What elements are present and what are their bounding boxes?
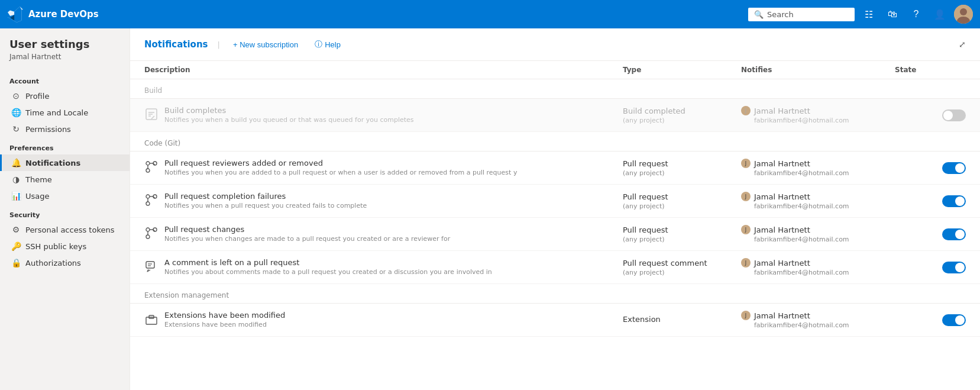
permissions-icon: ↻	[11, 124, 21, 134]
desc-text-pr-reviewers: Pull request reviewers added or removed …	[164, 159, 517, 177]
notifies-cell-pr-completion: J Jamal Hartnett fabrikamfiber4@hotmail.…	[741, 192, 895, 210]
section-build: Build	[130, 79, 980, 99]
section-extension-mgmt: Extension management	[130, 284, 980, 304]
type-scope-build-completes: (any project)	[623, 117, 741, 124]
theme-icon: ◑	[11, 175, 21, 184]
toggle-pr-comment[interactable]	[942, 262, 966, 273]
notifies-email-build-completes: fabrikamfiber4@hotmail.com	[741, 117, 895, 124]
table-row: Extensions have been modified Extensions…	[130, 304, 980, 337]
pr-icon-3	[144, 226, 159, 240]
notifies-user-pr-completion: J Jamal Hartnett	[741, 192, 895, 201]
state-cell-build-completes	[895, 109, 966, 121]
notifications-table: Build Build completes Noti	[130, 79, 980, 390]
pr-comment-title: A comment is left on a pull request	[164, 258, 492, 267]
search-text: Search	[767, 10, 794, 19]
type-scope-pr-reviewers: (any project)	[623, 169, 741, 177]
toggle-build-completes[interactable]	[942, 109, 966, 121]
table-row: Pull request reviewers added or removed …	[130, 152, 980, 185]
sidebar-item-time-locale-label: Time and Locale	[25, 108, 88, 117]
type-scope-pr-comment: (any project)	[623, 269, 741, 276]
user-avatar-small: J	[741, 106, 751, 115]
user-avatar-small: J	[741, 311, 751, 320]
sidebar-item-notifications[interactable]: 🔔 Notifications	[0, 154, 130, 171]
pr-icon	[144, 160, 159, 174]
svg-point-13	[146, 228, 150, 231]
sidebar-item-usage-label: Usage	[25, 192, 50, 201]
shopping-bag-icon-btn[interactable]: 🛍	[883, 5, 902, 24]
settings-people-icon-btn[interactable]: 👤	[930, 5, 949, 24]
sidebar-item-time-locale[interactable]: 🌐 Time and Locale	[0, 104, 130, 121]
sidebar-item-usage[interactable]: 📊 Usage	[0, 188, 130, 204]
auth-icon: 🔒	[11, 258, 21, 267]
sidebar-item-permissions[interactable]: ↻ Permissions	[0, 121, 130, 137]
type-cell-build-completes: Build completed (any project)	[623, 107, 741, 124]
page-header: Notifications | + New subscription ⓘ Hel…	[130, 28, 980, 61]
content-area: Notifications | + New subscription ⓘ Hel…	[130, 28, 980, 390]
help-button[interactable]: ⓘ Help	[311, 37, 344, 52]
type-cell-extensions: Extension	[623, 315, 741, 325]
time-locale-icon: 🌐	[11, 108, 21, 117]
sidebar-item-profile[interactable]: ⊙ Profile	[0, 88, 130, 104]
search-icon: 🔍	[754, 10, 764, 19]
new-subscription-button[interactable]: + New subscription	[229, 38, 302, 51]
help-icon-btn[interactable]: ?	[907, 5, 926, 24]
svg-point-8	[146, 169, 150, 172]
sidebar-item-authorizations[interactable]: 🔒 Authorizations	[0, 254, 130, 271]
svg-point-10	[146, 195, 150, 198]
header-type: Type	[623, 66, 741, 74]
notifies-user-pr-comment: J Jamal Hartnett	[741, 258, 895, 267]
svg-rect-16	[146, 262, 154, 268]
sidebar-item-pat[interactable]: ⚙ Personal access tokens	[0, 221, 130, 238]
sidebar-item-permissions-label: Permissions	[25, 125, 71, 134]
notifies-cell-build-completes: J Jamal Hartnett fabrikamfiber4@hotmail.…	[741, 106, 895, 124]
search-box[interactable]: 🔍 Search	[748, 8, 855, 21]
type-scope-pr-completion: (any project)	[623, 202, 741, 210]
new-subscription-label: + New subscription	[233, 40, 298, 49]
build-icon	[144, 107, 159, 121]
desc-text-build-completes: Build completes Notifies you when a buil…	[164, 106, 414, 124]
pr-icon-2	[144, 193, 159, 207]
sidebar-item-ssh[interactable]: 🔑 SSH public keys	[0, 238, 130, 254]
header-state: State	[895, 66, 966, 74]
desc-cell-pr-changes: Pull request changes Notifies you when c…	[144, 225, 623, 243]
extensions-subtitle: Extensions have been modified	[164, 321, 285, 329]
state-cell-pr-comment	[895, 262, 966, 273]
user-avatar-small: J	[741, 258, 751, 267]
sidebar-item-theme[interactable]: ◑ Theme	[0, 171, 130, 188]
user-avatar[interactable]	[954, 5, 973, 24]
extensions-title: Extensions have been modified	[164, 311, 285, 320]
toggle-extensions[interactable]	[942, 314, 966, 326]
toggle-pr-completion[interactable]	[942, 195, 966, 207]
pr-changes-subtitle: Notifies you when changes are made to a …	[164, 235, 450, 243]
type-name-pr-comment: Pull request comment	[623, 259, 741, 267]
header-description: Description	[144, 66, 623, 74]
desc-text-pr-comment: A comment is left on a pull request Noti…	[164, 258, 492, 276]
main-layout: User settings Jamal Hartnett Account ⊙ P…	[0, 28, 980, 390]
desc-cell-build-completes: Build completes Notifies you when a buil…	[144, 106, 623, 124]
desc-cell-pr-reviewers: Pull request reviewers added or removed …	[144, 159, 623, 177]
comment-icon	[144, 259, 159, 273]
ssh-icon: 🔑	[11, 241, 21, 251]
svg-point-7	[146, 162, 150, 165]
brand-name: Azure DevOps	[28, 9, 99, 20]
expand-icon[interactable]: ⤢	[959, 40, 966, 49]
task-list-icon-btn[interactable]: ☷	[859, 5, 878, 24]
type-name-extensions: Extension	[623, 315, 741, 324]
sidebar-item-theme-label: Theme	[25, 175, 52, 184]
azure-devops-logo[interactable]	[7, 6, 24, 22]
type-cell-pr-changes: Pull request (any project)	[623, 225, 741, 243]
notifies-email-pr-completion: fabrikamfiber4@hotmail.com	[741, 202, 895, 210]
table-row: Pull request completion failures Notifie…	[130, 185, 980, 218]
user-avatar-small: J	[741, 192, 751, 201]
pr-reviewers-subtitle: Notifies you when you are added to a pul…	[164, 169, 517, 177]
desc-text-extensions: Extensions have been modified Extensions…	[164, 311, 285, 329]
state-cell-pr-changes	[895, 228, 966, 240]
sidebar-section-security: Security	[0, 204, 130, 221]
notifies-user-extensions: J Jamal Hartnett	[741, 311, 895, 320]
state-cell-pr-reviewers	[895, 162, 966, 174]
notifications-icon: 🔔	[11, 158, 21, 167]
sidebar-section-preferences: Preferences	[0, 137, 130, 154]
toggle-pr-reviewers[interactable]	[942, 162, 966, 174]
toggle-pr-changes[interactable]	[942, 228, 966, 240]
notifies-email-pr-reviewers: fabrikamfiber4@hotmail.com	[741, 169, 895, 177]
